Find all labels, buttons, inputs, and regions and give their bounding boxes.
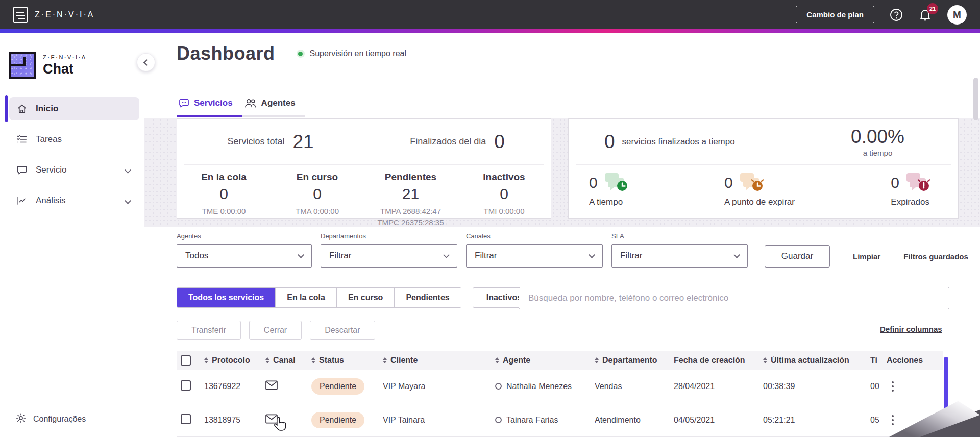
agent-status-icon bbox=[495, 417, 502, 423]
sla-select[interactable]: Filtrar bbox=[611, 244, 748, 268]
metric-en-curso: En curso 0 TMA 0:00:00 bbox=[271, 172, 364, 228]
chevron-down-icon bbox=[298, 252, 304, 258]
sidebar-item-configuracoes[interactable]: Configurações bbox=[0, 402, 144, 437]
segment-en-curso[interactable]: En curso bbox=[336, 288, 394, 307]
updated-cell: 05:21:21 bbox=[763, 416, 870, 425]
change-plan-button[interactable]: Cambio de plan bbox=[796, 6, 874, 23]
on-time-chat-clock-icon bbox=[603, 172, 628, 193]
transfer-button[interactable]: Transferir bbox=[177, 321, 241, 340]
sort-icon[interactable] bbox=[265, 357, 270, 363]
departamentos-select[interactable]: Filtrar bbox=[321, 244, 457, 268]
canales-select[interactable]: Filtrar bbox=[466, 244, 603, 268]
sort-icon[interactable] bbox=[383, 357, 387, 363]
department-cell: Vendas bbox=[595, 382, 674, 391]
metric-en-la-cola: En la cola 0 TME 0:00:00 bbox=[177, 172, 271, 228]
analytics-icon bbox=[15, 195, 29, 206]
protocol-cell: 13818975 bbox=[204, 416, 265, 425]
sidebar-product-text: Chat bbox=[43, 61, 87, 77]
sidebar-item-analisis[interactable]: Análisis bbox=[9, 189, 139, 212]
row-actions-menu[interactable] bbox=[887, 412, 899, 428]
sort-icon[interactable] bbox=[595, 357, 599, 363]
brand-gradient-bar bbox=[0, 29, 980, 33]
home-icon bbox=[15, 103, 29, 114]
sla-finished: 0 servicios finalizados a tiempo bbox=[604, 131, 735, 153]
email-channel-icon bbox=[265, 414, 278, 424]
sla-metric-expirados: 0 Expirados bbox=[891, 172, 930, 207]
table-row[interactable]: 13818975 Pendiente VIP Tainara Tainara F… bbox=[177, 403, 943, 437]
chevron-down-icon bbox=[443, 252, 450, 258]
segment-pendientes[interactable]: Pendientes bbox=[394, 288, 460, 307]
filter-departamentos: Departamentos Filtrar bbox=[321, 232, 457, 268]
help-button[interactable] bbox=[890, 8, 903, 21]
expired-chat-alarm-icon bbox=[904, 172, 930, 193]
chat-bubble-icon bbox=[179, 98, 189, 108]
sort-icon[interactable] bbox=[204, 357, 208, 363]
sidebar: Z·E·N·V·I·A Chat Inicio bbox=[0, 33, 144, 437]
sidebar-item-label: Tareas bbox=[36, 134, 62, 144]
services-total-value: 21 bbox=[292, 131, 313, 153]
sidebar-brand-text: Z·E·N·V·I·A bbox=[43, 54, 87, 60]
sla-percent: 0.00% a tiempo bbox=[851, 126, 904, 157]
time-cell: 05 bbox=[870, 416, 887, 425]
row-checkbox[interactable] bbox=[181, 414, 191, 424]
help-icon bbox=[890, 8, 903, 21]
segment-en-la-cola[interactable]: En la cola bbox=[275, 288, 336, 307]
define-columns-link[interactable]: Definir columnas bbox=[880, 325, 942, 333]
protocol-cell: 13676922 bbox=[204, 382, 265, 391]
sidebar-item-label: Servicio bbox=[36, 165, 66, 175]
sidebar-item-servicio[interactable]: Servicio bbox=[9, 158, 139, 182]
close-button[interactable]: Cerrar bbox=[249, 321, 302, 340]
select-all-checkbox[interactable] bbox=[181, 355, 191, 366]
sort-icon[interactable] bbox=[495, 357, 499, 363]
search-input[interactable] bbox=[519, 287, 949, 309]
created-cell: 04/05/2021 bbox=[674, 416, 763, 425]
table-row[interactable]: 13676922 Pendiente VIP Mayara Nathalia M… bbox=[177, 370, 943, 403]
sidebar-item-tareas[interactable]: Tareas bbox=[9, 128, 139, 151]
finished-today-value: 0 bbox=[494, 131, 505, 153]
sidebar-item-inicio[interactable]: Inicio bbox=[9, 97, 139, 120]
status-badge: Pendiente bbox=[311, 378, 364, 395]
row-actions-menu[interactable] bbox=[887, 378, 899, 395]
zenvia-logo-icon bbox=[13, 7, 28, 23]
filter-agentes: Agentes Todos bbox=[177, 232, 312, 268]
save-filters-button[interactable]: Guardar bbox=[765, 245, 830, 268]
sidebar-collapse-button[interactable] bbox=[137, 53, 155, 71]
people-icon bbox=[244, 98, 257, 108]
zenvia-brand-text: Z·E·N·V·I·A bbox=[35, 10, 94, 19]
table-scrollbar[interactable] bbox=[944, 357, 948, 426]
chevron-down-icon bbox=[733, 252, 740, 258]
tab-agentes[interactable]: Agentes bbox=[242, 98, 305, 117]
expiring-chat-alarm-icon bbox=[738, 172, 764, 193]
bulk-actions-row: Transferir Cerrar Descartar bbox=[177, 321, 375, 340]
tab-servicios[interactable]: Servicios bbox=[177, 98, 242, 117]
sla-metric-a-punto-de-expirar: 0 A punto de expirar bbox=[724, 172, 795, 207]
sort-icon[interactable] bbox=[763, 357, 767, 363]
filter-sla: SLA Filtrar bbox=[611, 232, 748, 268]
live-status: Supervisión en tiempo real bbox=[297, 49, 406, 58]
live-dot-icon bbox=[297, 50, 305, 58]
clear-filters-link[interactable]: Limpiar bbox=[853, 252, 880, 261]
user-avatar[interactable]: M bbox=[947, 5, 967, 25]
discard-button[interactable]: Descartar bbox=[310, 321, 375, 340]
sidebar-item-label: Análisis bbox=[36, 196, 66, 206]
row-checkbox[interactable] bbox=[181, 380, 191, 391]
tab-label: Agentes bbox=[261, 98, 296, 108]
saved-filters-link[interactable]: Filtros guardados bbox=[903, 252, 968, 261]
chevron-down-icon bbox=[589, 252, 595, 258]
zenvia-brand: Z·E·N·V·I·A bbox=[13, 7, 94, 23]
agentes-select[interactable]: Todos bbox=[177, 244, 312, 268]
notification-count-badge: 21 bbox=[927, 3, 938, 14]
sort-icon[interactable] bbox=[311, 357, 315, 363]
services-total-label: Servicios total bbox=[227, 136, 284, 147]
sidebar-footer-label: Configurações bbox=[33, 415, 86, 424]
tab-label: Servicios bbox=[194, 98, 233, 108]
finished-today-label: Finalizados del dia bbox=[410, 136, 486, 147]
sla-metric-a-tiempo: 0 A tiempo bbox=[589, 172, 628, 207]
page-scrollbar[interactable] bbox=[973, 78, 978, 120]
segment-todos-los-servicios[interactable]: Todos los servicios bbox=[177, 288, 275, 307]
notifications-button[interactable]: 21 bbox=[918, 8, 932, 21]
agent-cell: Tainara Farias bbox=[495, 416, 595, 425]
filters-row: Agentes Todos Departamentos Filtrar Cana… bbox=[177, 232, 968, 268]
topbar: Z·E·N·V·I·A Cambio de plan 21 M bbox=[0, 0, 980, 29]
table-header: Protocolo Canal Status Cliente Agente De… bbox=[177, 351, 943, 370]
